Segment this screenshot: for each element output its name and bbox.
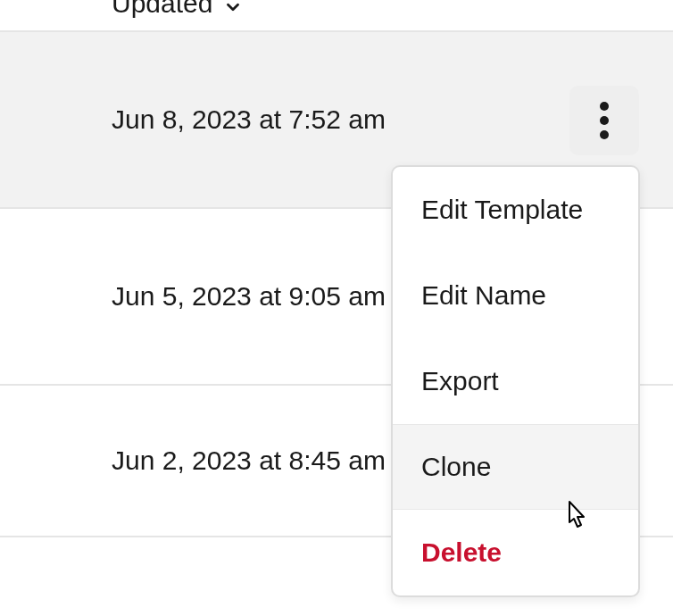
menu-item-label: Clone (421, 452, 491, 482)
menu-item-edit-name[interactable]: Edit Name (393, 253, 638, 338)
row-timestamp: Jun 5, 2023 at 9:05 am (112, 281, 386, 312)
menu-item-label: Export (421, 366, 499, 396)
more-vertical-icon (600, 102, 609, 139)
row-timestamp: Jun 2, 2023 at 8:45 am (112, 445, 386, 476)
column-header-label: Updated (112, 0, 212, 19)
chevron-down-icon (223, 0, 243, 17)
column-header-updated[interactable]: Updated (0, 0, 673, 32)
menu-item-delete[interactable]: Delete (393, 510, 638, 595)
menu-item-edit-template[interactable]: Edit Template (393, 167, 638, 253)
menu-item-label: Edit Template (421, 195, 583, 225)
menu-item-clone[interactable]: Clone (393, 424, 638, 510)
more-actions-button[interactable] (569, 86, 639, 155)
menu-item-label: Delete (421, 537, 502, 568)
menu-item-export[interactable]: Export (393, 338, 638, 424)
actions-dropdown: Edit Template Edit Name Export Clone Del… (391, 165, 640, 597)
row-timestamp: Jun 8, 2023 at 7:52 am (112, 104, 386, 135)
menu-item-label: Edit Name (421, 280, 546, 311)
